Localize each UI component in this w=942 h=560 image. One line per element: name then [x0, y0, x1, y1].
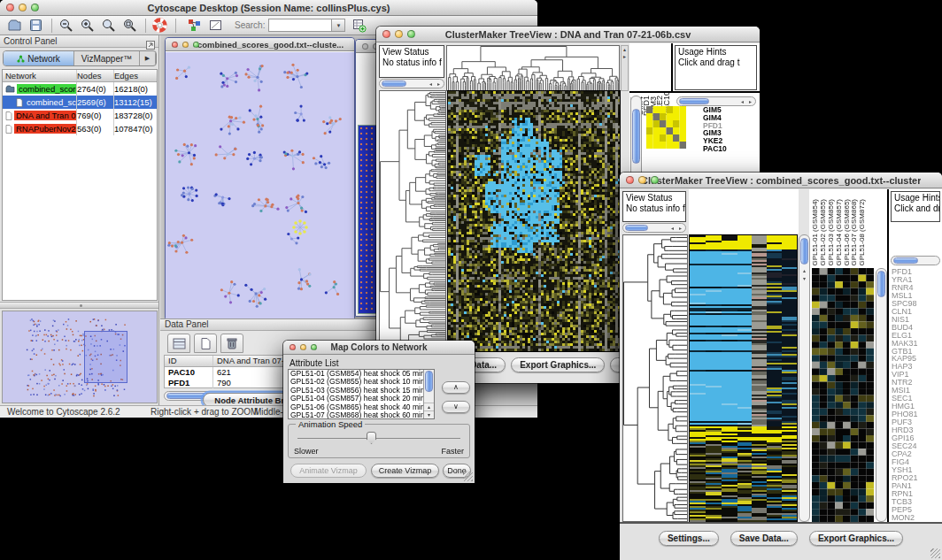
- save-icon[interactable]: [28, 18, 43, 33]
- attribute-table-icon[interactable]: [351, 18, 367, 33]
- zoom-button[interactable]: [31, 4, 39, 12]
- minimize-button[interactable]: [395, 30, 403, 38]
- animation-speed-label: Animation Speed: [296, 419, 365, 429]
- float-panel-icon[interactable]: [146, 37, 155, 46]
- open-file-icon[interactable]: [7, 18, 22, 33]
- network-list-row[interactable]: DNA and Tran 07 769(0) 183728(0): [3, 109, 157, 122]
- network-nodes-count: 2764(0): [77, 82, 114, 96]
- tab-network[interactable]: Network: [4, 51, 74, 65]
- column-dendrogram[interactable]: [446, 45, 620, 91]
- help-lifesaver-icon[interactable]: [152, 18, 167, 33]
- toolbar-separator: [51, 19, 52, 33]
- footer-button[interactable]: Settings...: [659, 531, 719, 546]
- label-scroll-strip[interactable]: ▴▸: [621, 45, 629, 91]
- zoom-selected-icon[interactable]: [122, 18, 137, 33]
- network-nodes-count: 563(0): [77, 122, 114, 135]
- minimize-button[interactable]: [19, 4, 27, 12]
- minimize-button[interactable]: [300, 344, 306, 350]
- zoom-heatmap[interactable]: [646, 106, 686, 149]
- gene-label[interactable]: MON2: [892, 514, 941, 522]
- control-panel-header: Control Panel: [0, 35, 158, 48]
- vizmapper-icon[interactable]: [187, 18, 202, 33]
- row-dendrogram[interactable]: [622, 234, 688, 522]
- treeview2-title: ClusterMaker TreeView : combined_scores_…: [641, 175, 921, 186]
- network-nodes-count: 769(0): [77, 109, 114, 122]
- close-button[interactable]: [382, 30, 390, 38]
- network-name: combined_sco: [25, 97, 76, 107]
- zoom-button[interactable]: [651, 176, 659, 184]
- close-button[interactable]: [290, 344, 296, 350]
- attribute-list-label: Attribute List: [290, 358, 339, 368]
- zoom-icon[interactable]: [193, 42, 199, 48]
- footer-button[interactable]: Export Graphics...: [511, 357, 605, 372]
- view-status-scrollbar[interactable]: ◂▸: [622, 223, 686, 233]
- global-heatmap[interactable]: [689, 234, 798, 524]
- gene-list-scrollbar[interactable]: [891, 256, 940, 265]
- footer-button[interactable]: Save Data...: [730, 531, 798, 546]
- tab-vizmapper[interactable]: VizMapper™: [74, 51, 140, 65]
- network-name: combined_scores: [17, 84, 76, 94]
- page-icon: [5, 125, 12, 134]
- network-edges-count: 107847(0): [114, 122, 157, 135]
- network-frame-titlebar[interactable]: combined_scores_good.txt--cluste...: [166, 38, 354, 51]
- network-canvas[interactable]: [166, 52, 354, 318]
- search-label: Search:: [235, 20, 265, 30]
- search-input[interactable]: [268, 19, 332, 32]
- delete-attribute-button[interactable]: [220, 334, 243, 353]
- network-list-row[interactable]: combined_scores 2764(0) 16218(0): [3, 82, 157, 96]
- new-attribute-button[interactable]: [194, 334, 217, 353]
- close-button[interactable]: [626, 176, 634, 184]
- network-edges-count: 183728(0): [114, 109, 157, 122]
- create-vizmap-button[interactable]: Create Vizmap: [371, 464, 439, 478]
- close-button[interactable]: [6, 4, 14, 12]
- network-table: Network Nodes Edges combined_scores: [2, 69, 158, 301]
- footer-button[interactable]: Export Graphics...: [809, 531, 903, 546]
- resize-grip[interactable]: [930, 548, 940, 558]
- close-icon[interactable]: [172, 42, 178, 48]
- birdseye-view[interactable]: [2, 311, 158, 403]
- heatmap-vscrollbar[interactable]: ▴▾: [799, 234, 810, 522]
- close-icon[interactable]: [362, 43, 368, 50]
- global-heatmap[interactable]: [447, 90, 621, 352]
- zoom-button[interactable]: [311, 344, 317, 350]
- tab-overflow-arrow[interactable]: ▶: [140, 51, 156, 65]
- pane-divider: [671, 43, 673, 92]
- zoom-fit-icon[interactable]: [101, 18, 116, 33]
- treeview2-titlebar[interactable]: ClusterMaker TreeView : combined_scores_…: [620, 173, 942, 188]
- attribute-list-item[interactable]: GPL51-07 (GSM868) heat shock 60 min: [289, 411, 423, 419]
- network-list-row[interactable]: RNAPuberNov2+ 563(0) 107847(0): [3, 122, 157, 135]
- dialog-titlebar[interactable]: Map Colors to Network: [283, 341, 475, 355]
- dialog-title: Map Colors to Network: [305, 342, 453, 352]
- annotation-frame-icon[interactable]: [208, 18, 223, 33]
- move-down-button[interactable]: ∨: [442, 401, 470, 413]
- network-tab-icon: [17, 55, 25, 63]
- attribute-list-scrollbar[interactable]: ▴▾: [423, 370, 434, 418]
- zoom-out-icon[interactable]: [58, 18, 73, 33]
- speed-slider-track[interactable]: [297, 438, 460, 440]
- attribute-table-button[interactable]: [167, 334, 190, 353]
- row-dendrogram[interactable]: [379, 90, 446, 352]
- status-welcome: Welcome to Cytoscape 2.6.2: [7, 407, 120, 417]
- panel-splitter[interactable]: [0, 302, 158, 309]
- zoom-in-icon[interactable]: [80, 18, 95, 33]
- zoom-column-labels: GPL51-01 (GSM854)GPL51-02 (GSM855)GPL51-…: [812, 190, 872, 266]
- network-table-header[interactable]: Network Nodes Edges: [3, 70, 157, 82]
- search-dropdown-arrow[interactable]: ▼: [332, 19, 345, 32]
- network-list-row[interactable]: combined_sco 2569(6) 13112(15): [3, 96, 157, 109]
- attribute-list[interactable]: GPL51-01 (GSM854) heat shock 05 minGPL51…: [288, 369, 435, 419]
- treeview1-titlebar[interactable]: ClusterMaker TreeView : DNA and Tran 07-…: [376, 27, 760, 42]
- main-titlebar[interactable]: Cytoscape Desktop (Session Name: collins…: [0, 0, 537, 16]
- view-status-scrollbar[interactable]: ◂▸: [379, 79, 444, 88]
- view-status-panel: View StatusNo status info f: [622, 191, 686, 222]
- move-up-button[interactable]: ∧: [442, 381, 470, 394]
- minimize-button[interactable]: [638, 176, 646, 184]
- zoom-button[interactable]: [407, 30, 415, 38]
- speed-slider-thumb[interactable]: [367, 432, 376, 444]
- row-label: PAC10: [703, 145, 756, 153]
- column-label: GPL51-08 (GSM872): [859, 199, 867, 266]
- minimize-icon[interactable]: [182, 42, 189, 48]
- zoom-vscrollbar[interactable]: [876, 268, 887, 522]
- animate-vizmap-button[interactable]: Animate Vizmap: [290, 464, 367, 478]
- zoom-heatmap[interactable]: [812, 268, 874, 522]
- resize-grip[interactable]: [463, 472, 473, 481]
